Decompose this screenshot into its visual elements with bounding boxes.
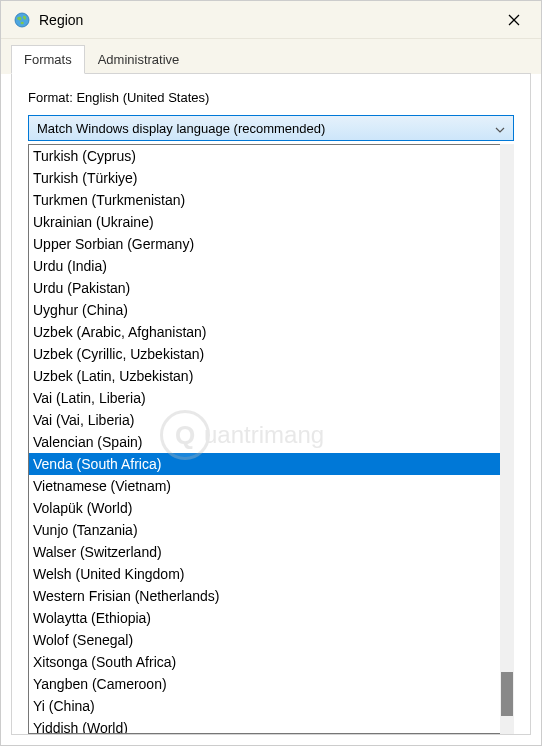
dropdown-option[interactable]: Uzbek (Arabic, Afghanistan) xyxy=(29,321,501,343)
format-dropdown-list[interactable]: Turkish (Cyprus)Turkish (Türkiye)Turkmen… xyxy=(28,144,502,734)
dropdown-option[interactable]: Urdu (Pakistan) xyxy=(29,277,501,299)
tab-strip: Formats Administrative xyxy=(1,39,541,74)
dropdown-option[interactable]: Vietnamese (Vietnam) xyxy=(29,475,501,497)
dropdown-option[interactable]: Western Frisian (Netherlands) xyxy=(29,585,501,607)
dropdown-option[interactable]: Urdu (India) xyxy=(29,255,501,277)
dropdown-option[interactable]: Vai (Latin, Liberia) xyxy=(29,387,501,409)
dropdown-option[interactable]: Valencian (Spain) xyxy=(29,431,501,453)
dropdown-option[interactable]: Turkmen (Turkmenistan) xyxy=(29,189,501,211)
dropdown-option[interactable]: Yangben (Cameroon) xyxy=(29,673,501,695)
dropdown-option[interactable]: Uzbek (Cyrillic, Uzbekistan) xyxy=(29,343,501,365)
dropdown-selected-text: Match Windows display language (recommen… xyxy=(37,121,495,136)
dropdown-option[interactable]: Yiddish (World) xyxy=(29,717,501,734)
format-label: Format: English (United States) xyxy=(28,90,514,105)
tab-administrative[interactable]: Administrative xyxy=(85,45,193,74)
format-dropdown[interactable]: Match Windows display language (recommen… xyxy=(28,115,514,141)
tab-panel-formats: Format: English (United States) Match Wi… xyxy=(11,73,531,735)
dropdown-option[interactable]: Venda (South Africa) xyxy=(29,453,501,475)
scrollbar-thumb[interactable] xyxy=(501,672,513,716)
svg-point-0 xyxy=(15,13,29,27)
dropdown-option[interactable]: Vai (Vai, Liberia) xyxy=(29,409,501,431)
dropdown-option[interactable]: Turkish (Türkiye) xyxy=(29,167,501,189)
chevron-down-icon xyxy=(495,121,505,136)
close-button[interactable] xyxy=(491,5,537,35)
scrollbar-track[interactable] xyxy=(500,144,514,734)
dropdown-option[interactable]: Upper Sorbian (Germany) xyxy=(29,233,501,255)
dropdown-option[interactable]: Vunjo (Tanzania) xyxy=(29,519,501,541)
dropdown-option[interactable]: Wolof (Senegal) xyxy=(29,629,501,651)
dropdown-option[interactable]: Uyghur (China) xyxy=(29,299,501,321)
dropdown-option[interactable]: Turkish (Cyprus) xyxy=(29,145,501,167)
tab-formats[interactable]: Formats xyxy=(11,45,85,74)
close-icon xyxy=(508,14,520,26)
dropdown-option[interactable]: Walser (Switzerland) xyxy=(29,541,501,563)
dropdown-option[interactable]: Welsh (United Kingdom) xyxy=(29,563,501,585)
window-title: Region xyxy=(39,12,491,28)
dropdown-option[interactable]: Xitsonga (South Africa) xyxy=(29,651,501,673)
globe-icon xyxy=(13,11,31,29)
dropdown-option[interactable]: Uzbek (Latin, Uzbekistan) xyxy=(29,365,501,387)
dropdown-option[interactable]: Yi (China) xyxy=(29,695,501,717)
dropdown-option[interactable]: Ukrainian (Ukraine) xyxy=(29,211,501,233)
titlebar: Region xyxy=(1,1,541,39)
region-dialog: Region Formats Administrative Format: En… xyxy=(0,0,542,746)
dropdown-option[interactable]: Wolaytta (Ethiopia) xyxy=(29,607,501,629)
dropdown-option[interactable]: Volapük (World) xyxy=(29,497,501,519)
